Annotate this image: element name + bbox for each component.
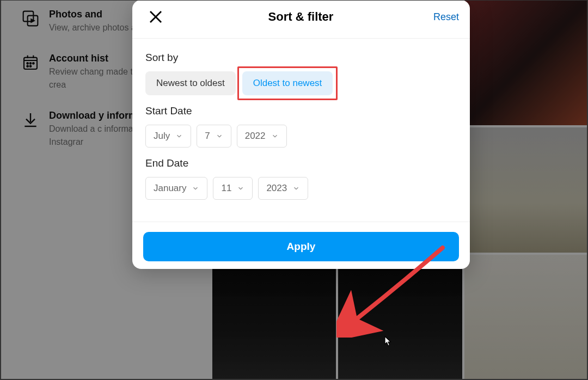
- select-value: 7: [205, 131, 210, 142]
- sort-oldest-to-newest[interactable]: Oldest to newest: [242, 71, 333, 95]
- end-day-select[interactable]: 11: [213, 177, 253, 200]
- select-value: 2022: [245, 131, 266, 142]
- chevron-down-icon: [175, 132, 183, 140]
- chevron-down-icon: [216, 132, 223, 140]
- sort-filter-modal: Sort & filter Reset Sort by Newest to ol…: [132, 0, 470, 269]
- reset-button[interactable]: Reset: [433, 11, 459, 23]
- modal-footer: Apply: [132, 222, 470, 262]
- chevron-down-icon: [192, 185, 199, 192]
- chevron-down-icon: [237, 185, 244, 192]
- end-year-select[interactable]: 2023: [258, 177, 308, 200]
- end-month-select[interactable]: January: [145, 177, 207, 200]
- start-year-select[interactable]: 2022: [237, 125, 287, 148]
- select-value: July: [154, 131, 170, 142]
- modal-body: Sort by Newest to oldest Oldest to newes…: [132, 39, 470, 210]
- start-month-select[interactable]: July: [145, 125, 191, 148]
- sort-newest-to-oldest[interactable]: Newest to oldest: [145, 71, 236, 95]
- select-value: 11: [221, 183, 231, 194]
- apply-button[interactable]: Apply: [143, 232, 459, 261]
- modal-header: Sort & filter Reset: [132, 0, 470, 39]
- start-date-label: Start Date: [145, 105, 457, 117]
- annotation-highlight: Oldest to newest: [237, 66, 338, 100]
- end-date-label: End Date: [145, 157, 457, 169]
- close-icon: [148, 9, 164, 25]
- select-value: January: [154, 183, 186, 194]
- modal-title: Sort & filter: [168, 10, 433, 24]
- chevron-down-icon: [292, 185, 300, 192]
- chevron-down-icon: [271, 132, 279, 140]
- sort-by-label: Sort by: [145, 52, 457, 64]
- close-button[interactable]: [143, 4, 168, 29]
- start-day-select[interactable]: 7: [197, 125, 231, 148]
- select-value: 2023: [266, 183, 287, 194]
